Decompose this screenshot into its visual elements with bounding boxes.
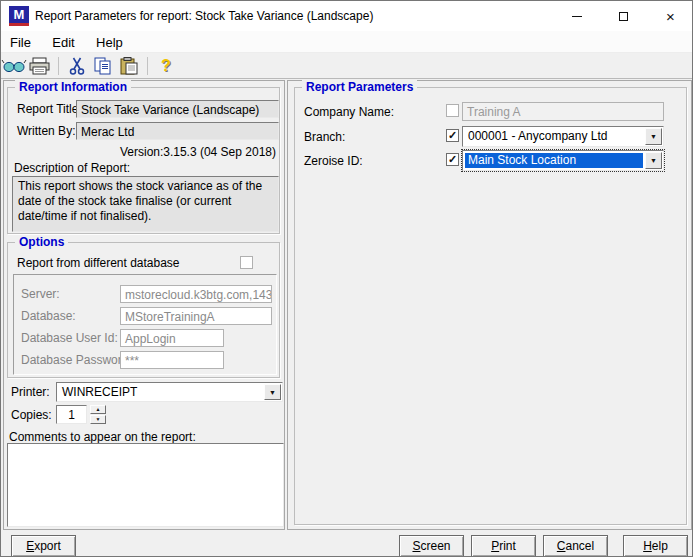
version-label: Version: xyxy=(120,146,163,159)
written-by-field: Merac Ltd xyxy=(76,122,279,140)
branch-combo[interactable]: 000001 - Anycompany Ltd ▼ xyxy=(462,126,664,147)
toolbar: ? xyxy=(1,53,692,79)
database-field: MStoreTrainingA xyxy=(120,307,272,325)
written-by-label: Written By: xyxy=(17,125,75,138)
branch-dropdown-button[interactable]: ▼ xyxy=(645,128,662,145)
branch-checkbox[interactable]: ✓ xyxy=(446,129,459,142)
menu-help[interactable]: Help xyxy=(87,31,132,53)
printer-dropdown-button[interactable]: ▼ xyxy=(264,384,281,400)
copies-down-button[interactable]: ▼ xyxy=(90,415,106,424)
help-icon: ? xyxy=(161,57,171,75)
printer-label: Printer: xyxy=(11,386,50,399)
screen-button-label: creen xyxy=(420,539,450,553)
menu-file[interactable]: File xyxy=(1,31,40,53)
chevron-up-icon: ▲ xyxy=(96,406,101,412)
scissors-icon xyxy=(69,57,85,75)
paste-button[interactable] xyxy=(116,55,142,77)
report-information-group: Report Information Report Title: Stock T… xyxy=(7,87,280,234)
preview-button[interactable] xyxy=(1,55,27,77)
chevron-down-icon: ▼ xyxy=(650,133,657,140)
company-name-checkbox xyxy=(446,104,459,117)
version-value: 3.15.3 (04 Sep 2018) xyxy=(163,146,276,159)
cut-button[interactable] xyxy=(64,55,90,77)
database-settings-panel: Server: mstorecloud.k3btg.com,14331 Data… xyxy=(13,274,277,375)
options-group: Options Report from different database S… xyxy=(7,242,280,378)
group-title: Options xyxy=(15,235,68,249)
screen-button[interactable]: Screen xyxy=(399,535,464,557)
db-user-label: Database User Id: xyxy=(21,332,118,345)
app-icon: M xyxy=(9,6,29,26)
copy-button[interactable] xyxy=(90,55,116,77)
app-icon-red-bar xyxy=(9,23,29,26)
zeroise-id-combo[interactable]: Main Stock Location ▼ xyxy=(462,150,664,171)
group-title: Report Parameters xyxy=(302,80,417,94)
toolbar-separator xyxy=(147,57,148,75)
print-button-label: P xyxy=(491,539,499,553)
report-parameters-group: Report Parameters Company Name: Training… xyxy=(294,87,687,525)
copy-icon xyxy=(94,57,112,75)
app-icon-letter: M xyxy=(14,7,25,22)
db-password-label: Database Password: xyxy=(21,354,132,367)
report-title-label: Report Title: xyxy=(17,103,82,116)
help-button[interactable]: Help xyxy=(623,535,688,557)
zeroise-id-value: Main Stock Location xyxy=(465,153,643,168)
zeroise-id-checkbox[interactable]: ✓ xyxy=(446,153,459,166)
help-toolbar-button[interactable]: ? xyxy=(153,55,179,77)
minimize-icon xyxy=(572,16,582,17)
copies-up-button[interactable]: ▲ xyxy=(90,405,106,414)
company-name-label: Company Name: xyxy=(304,106,394,119)
company-name-field: Training A xyxy=(462,102,664,121)
export-button-label: xport xyxy=(34,539,61,553)
server-field: mstorecloud.k3btg.com,14331 xyxy=(120,285,272,303)
left-panel: Report Information Report Title: Stock T… xyxy=(3,80,285,530)
right-panel: Report Parameters Company Name: Training… xyxy=(287,80,692,530)
window-title: Report Parameters for report: Stock Take… xyxy=(35,1,373,31)
print-button-label: rint xyxy=(499,539,516,553)
cancel-button[interactable]: Cancel xyxy=(543,535,608,557)
description-label: Description of Report: xyxy=(14,162,130,175)
db-password-field: *** xyxy=(120,351,224,369)
branch-label: Branch: xyxy=(304,131,345,144)
paste-icon xyxy=(120,57,138,75)
cancel-button-label: ancel xyxy=(565,539,594,553)
help-button-label: H xyxy=(643,539,652,553)
printer-value: WINRECEIPT xyxy=(59,385,262,399)
group-title: Report Information xyxy=(15,80,131,94)
printer-combo[interactable]: WINRECEIPT ▼ xyxy=(56,382,283,402)
comments-input[interactable] xyxy=(7,443,284,527)
different-database-label: Report from different database xyxy=(17,257,180,270)
maximize-icon xyxy=(619,12,628,21)
copies-stepper: ▲ ▼ xyxy=(90,405,106,424)
export-button[interactable]: Export xyxy=(11,535,76,557)
check-icon: ✓ xyxy=(448,129,457,141)
close-icon: × xyxy=(666,9,675,24)
title-bar: M Report Parameters for report: Stock Ta… xyxy=(1,1,692,31)
chevron-down-icon: ▼ xyxy=(96,416,101,422)
report-parameters-dialog: M Report Parameters for report: Stock Ta… xyxy=(0,0,693,557)
glasses-icon xyxy=(1,59,27,73)
copies-input[interactable] xyxy=(56,405,87,424)
report-description: This report shows the stock variance as … xyxy=(12,176,279,232)
zeroise-dropdown-button[interactable]: ▼ xyxy=(645,152,662,169)
db-user-field: AppLogin xyxy=(120,329,224,347)
chevron-down-icon: ▼ xyxy=(269,389,276,396)
database-label: Database: xyxy=(21,310,76,323)
report-title-field: Stock Take Variance (Landscape) xyxy=(76,100,279,118)
copies-label: Copies: xyxy=(11,409,52,422)
export-button-label: E xyxy=(26,539,34,553)
menu-edit[interactable]: Edit xyxy=(43,31,83,53)
menu-bar: File Edit Help xyxy=(1,31,692,53)
print-button[interactable]: Print xyxy=(471,535,536,557)
print-toolbar-button[interactable] xyxy=(27,55,53,77)
different-database-checkbox[interactable] xyxy=(240,256,253,269)
check-icon: ✓ xyxy=(448,153,457,165)
minimize-button[interactable] xyxy=(553,1,600,31)
help-button-label: elp xyxy=(652,539,668,553)
server-label: Server: xyxy=(21,288,60,301)
toolbar-separator xyxy=(58,57,59,75)
close-button[interactable]: × xyxy=(647,1,693,31)
chevron-down-icon: ▼ xyxy=(650,157,657,164)
maximize-button[interactable] xyxy=(600,1,647,31)
zeroise-id-label: Zeroise ID: xyxy=(304,155,363,168)
printer-icon xyxy=(29,57,51,75)
